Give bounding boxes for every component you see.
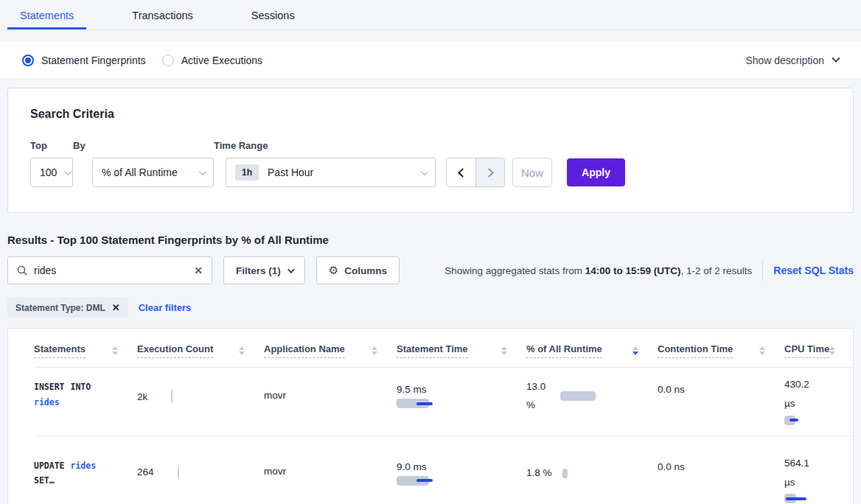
by-field-label: By	[73, 140, 214, 151]
filter-tag-label: Statement Type: DML	[15, 303, 105, 313]
cpu-time-bar	[784, 494, 854, 503]
execution-count-cell: 2k	[137, 390, 264, 403]
next-time-button[interactable]	[475, 158, 504, 186]
column-header-contention-time[interactable]: Contention Time	[658, 343, 784, 358]
columns-button-label: Columns	[344, 265, 387, 276]
chevron-down-icon	[832, 54, 840, 62]
apply-button[interactable]: Apply	[567, 158, 625, 186]
table-header-row: Statements Execution Count Application N…	[34, 343, 853, 368]
by-select[interactable]: % of All Runtime	[92, 158, 214, 187]
execution-count-bar	[178, 466, 179, 479]
cpu-time-cell: 564.1 µs	[784, 454, 854, 504]
by-select-value: % of All Runtime	[102, 167, 178, 178]
radio-selected-icon	[22, 55, 34, 66]
search-icon	[17, 265, 27, 276]
columns-button[interactable]: ⚙ Columns	[316, 256, 400, 284]
show-description-toggle[interactable]: Show description	[745, 55, 839, 66]
time-range-value: Past Hour	[268, 167, 313, 178]
active-filters-row: Statement Type: DML ✕ Clear filters	[7, 298, 854, 318]
application-name-cell: movr	[264, 390, 397, 401]
now-button[interactable]: Now	[512, 158, 552, 187]
time-range-label: Time Range	[214, 140, 436, 151]
search-box: ✕	[7, 256, 212, 284]
show-description-label: Show description	[745, 55, 824, 66]
column-header-cpu-time[interactable]: CPU Time	[784, 343, 854, 358]
sort-icon-active-desc[interactable]	[632, 346, 638, 355]
filters-button-label: Filters (1)	[236, 265, 281, 276]
column-header-statement-time[interactable]: Statement Time	[397, 343, 526, 358]
statement-time-bar	[397, 476, 526, 486]
filter-tag-statement-type[interactable]: Statement Type: DML ✕	[7, 298, 128, 318]
statement-time-bar	[397, 399, 526, 408]
tab-transactions[interactable]: Transactions	[119, 0, 205, 29]
results-controls-row: ✕ Filters (1) ⚙ Columns Showing aggregat…	[7, 256, 854, 284]
view-radio-group: Statement Fingerprints Active Executions	[22, 55, 279, 66]
runtime-pct-bar	[560, 391, 596, 401]
statement-time-cell: 9.5 ms	[397, 384, 526, 408]
time-range-badge: 1h	[235, 164, 259, 181]
column-header-runtime-pct[interactable]: % of All Runtime	[526, 343, 658, 358]
chevron-down-icon	[199, 168, 206, 175]
contention-time-cell: 0.0 ns	[658, 384, 784, 395]
table-row: INSERT INTO rides 2k movr 9.5 ms 13.0 % …	[34, 368, 853, 436]
column-header-application-name[interactable]: Application Name	[264, 343, 397, 358]
application-name-cell: movr	[264, 466, 397, 477]
statement-link[interactable]: rides	[34, 397, 60, 407]
search-criteria-card: Search Criteria Top 100 By % of All Runt…	[7, 88, 854, 213]
radio-label: Active Executions	[181, 55, 263, 66]
radio-label: Statement Fingerprints	[41, 55, 146, 66]
remove-filter-icon[interactable]: ✕	[112, 302, 120, 313]
aggregated-stats-text: Showing aggregated stats from 14:00 to 1…	[445, 265, 752, 276]
filters-button[interactable]: Filters (1)	[223, 256, 305, 284]
view-toggle-strip: Statement Fingerprints Active Executions…	[0, 42, 861, 79]
radio-active-executions[interactable]: Active Executions	[162, 55, 263, 66]
statements-table-card: Statements Execution Count Application N…	[7, 328, 854, 504]
top-select[interactable]: 100	[30, 158, 73, 187]
sort-icon[interactable]	[829, 346, 835, 355]
sort-icon[interactable]	[112, 346, 118, 355]
chevron-left-icon	[458, 168, 467, 178]
chevron-down-icon	[287, 266, 295, 273]
vertical-divider	[762, 259, 763, 281]
contention-time-cell: 0.0 ns	[658, 461, 784, 472]
top-select-value: 100	[40, 167, 57, 178]
results-heading: Results - Top 100 Statement Fingerprints…	[7, 234, 854, 246]
time-step-group	[446, 158, 505, 187]
gear-icon: ⚙	[329, 264, 338, 277]
cpu-time-cell: 430.2 µs	[784, 375, 854, 425]
sort-icon[interactable]	[501, 346, 507, 355]
column-header-statements[interactable]: Statements	[34, 343, 137, 358]
top-tab-bar: Statements Transactions Sessions	[0, 0, 861, 30]
chevron-down-icon	[421, 168, 428, 175]
by-field: By % of All Runtime	[73, 140, 214, 187]
runtime-pct-bar	[562, 469, 568, 478]
column-header-execution-count[interactable]: Execution Count	[137, 343, 264, 358]
chevron-right-icon	[484, 168, 494, 178]
clear-filters-link[interactable]: Clear filters	[139, 302, 192, 313]
statement-link[interactable]: rides	[70, 461, 96, 471]
sort-icon[interactable]	[372, 346, 377, 355]
reset-sql-stats-link[interactable]: Reset SQL Stats	[773, 265, 854, 276]
execution-count-cell: 264	[137, 466, 264, 479]
clear-search-icon[interactable]: ✕	[194, 265, 203, 276]
radio-unselected-icon	[162, 55, 174, 66]
statement-fingerprint: UPDATE rides SET…	[34, 458, 111, 489]
cpu-time-bar	[784, 416, 854, 425]
execution-count-bar	[171, 390, 172, 403]
table-row: UPDATE rides SET… 264 movr 9.0 ms 1.8 % …	[34, 436, 853, 504]
sort-icon[interactable]	[759, 346, 765, 355]
time-range-select[interactable]: 1h Past Hour	[226, 158, 436, 187]
radio-statement-fingerprints[interactable]: Statement Fingerprints	[22, 55, 146, 66]
statement-fingerprint: INSERT INTO rides	[34, 379, 111, 410]
tab-sessions[interactable]: Sessions	[239, 0, 307, 29]
time-range-value-wrap: 1h Past Hour	[235, 164, 313, 181]
search-input[interactable]	[34, 265, 194, 276]
previous-time-button[interactable]	[447, 158, 475, 186]
search-criteria-form: Top 100 By % of All Runtime Time Range 1…	[30, 140, 831, 187]
statement-time-cell: 9.0 ms	[397, 461, 526, 486]
tab-statements[interactable]: Statements	[7, 0, 86, 29]
sort-icon[interactable]	[239, 346, 245, 355]
search-criteria-title: Search Criteria	[30, 108, 831, 121]
runtime-pct-cell: 13.0 %	[526, 378, 658, 415]
top-field: Top 100	[30, 140, 73, 187]
